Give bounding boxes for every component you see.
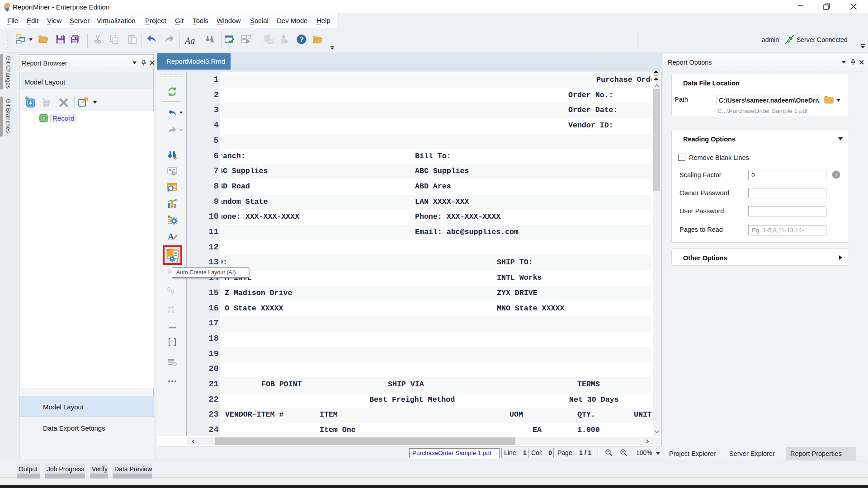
svg-text:?: ? <box>299 36 304 43</box>
svg-text:A: A <box>168 232 174 241</box>
svg-text:9: 9 <box>171 289 174 295</box>
svg-text:i: i <box>835 171 837 178</box>
svg-text:0-9: 0-9 <box>168 310 174 314</box>
svg-text:0: 0 <box>167 286 170 293</box>
svg-text:a-z: a-z <box>168 305 174 310</box>
